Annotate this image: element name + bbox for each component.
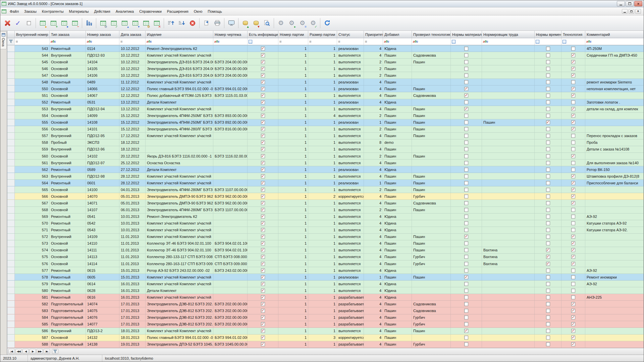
- cell-num[interactable]: 567: [15, 200, 50, 206]
- cell-date[interactable]: 15.12.2012: [119, 119, 146, 126]
- add-order-button[interactable]: +: [48, 17, 59, 29]
- cell-product[interactable]: Ремонт-Электродвигатель К2: [146, 214, 213, 220]
- filter-cell-date[interactable]: =: [119, 38, 146, 45]
- cell-time_norms[interactable]: [535, 160, 561, 166]
- cell-status[interactable]: выполняется: [337, 52, 364, 58]
- cell-batch_size[interactable]: 1: [308, 301, 337, 307]
- cell-product[interactable]: Электродвигатель 4ПФМ-280МГ БЭТЗ 1107.00…: [146, 186, 213, 193]
- cell-labor_by[interactable]: [482, 59, 535, 65]
- cell-product[interactable]: Комплект з/частей Комплект з/частей: [146, 133, 213, 139]
- cell-drawing[interactable]: БЭТЗ 1045.00.00.000: [213, 341, 248, 348]
- cell-comment[interactable]: неполная комплектация, нет: [585, 85, 644, 92]
- cell-type[interactable]: Подготовительный: [50, 314, 86, 321]
- cell-tech_by[interactable]: [412, 160, 451, 166]
- cell-tech_by[interactable]: Пашин: [412, 126, 451, 132]
- nav-prev-page-button[interactable]: ◀◀: [15, 349, 22, 354]
- cell-num[interactable]: 555: [15, 119, 50, 126]
- cell-num[interactable]: 581: [15, 294, 50, 300]
- cell-batch_size[interactable]: 3: [308, 335, 337, 341]
- cell-batch_size[interactable]: 1: [308, 294, 337, 300]
- cell-has_info[interactable]: [248, 314, 278, 321]
- cell-batch_no[interactable]: 1: [278, 79, 308, 85]
- cell-batch_no[interactable]: 1: [278, 160, 308, 166]
- cell-num[interactable]: 577: [15, 267, 50, 274]
- cell-priority[interactable]: 4: [364, 254, 383, 260]
- cell-time_norms[interactable]: [535, 240, 561, 247]
- cell-date[interactable]: 06.01.2013: [119, 207, 146, 213]
- cell-comment[interactable]: [585, 234, 644, 240]
- cell-date[interactable]: 10.12.2012: [119, 52, 146, 58]
- cell-mat_norms[interactable]: [451, 153, 482, 159]
- cell-comment[interactable]: [585, 186, 644, 193]
- cell-drawing[interactable]: СТП БЭТЗ 008.000: [213, 254, 248, 260]
- cell-batch_size[interactable]: 1: [308, 119, 337, 126]
- cell-mat_norms[interactable]: [451, 274, 482, 280]
- cell-tech_by[interactable]: Пашин: [412, 59, 451, 65]
- nav-prev-button[interactable]: ◀: [22, 349, 29, 354]
- cell-status[interactable]: выполняется: [337, 240, 364, 247]
- cell-date[interactable]: 11.01.2013: [119, 254, 146, 260]
- cell-has_info[interactable]: [248, 234, 278, 240]
- cell-time_norms[interactable]: [535, 227, 561, 233]
- cell-date[interactable]: 18.12.2012: [119, 139, 146, 146]
- cell-num[interactable]: 564: [15, 180, 50, 186]
- cell-technology[interactable]: [561, 99, 585, 106]
- cell-technology[interactable]: [561, 72, 585, 78]
- menu-item-help[interactable]: Помощь: [205, 8, 225, 14]
- cell-tech_by[interactable]: Пашин: [412, 85, 451, 92]
- cell-num[interactable]: 543: [15, 45, 50, 52]
- cell-comment[interactable]: [585, 335, 644, 341]
- cell-labor_by[interactable]: [482, 85, 535, 92]
- cell-technology[interactable]: [561, 153, 585, 159]
- column-header-product[interactable]: Изделие: [146, 31, 213, 38]
- close-button[interactable]: ×: [634, 1, 642, 6]
- cell-added_by[interactable]: Пашин: [383, 180, 412, 186]
- cell-comment[interactable]: [585, 254, 644, 260]
- cell-order_no[interactable]: 14101: [86, 126, 119, 132]
- cell-date[interactable]: 10.01.2013: [119, 227, 146, 233]
- cell-added_by[interactable]: Пашин: [383, 321, 412, 327]
- cell-mat_norms[interactable]: [451, 240, 482, 247]
- cell-added_by[interactable]: Пашин: [383, 173, 412, 179]
- cell-order_no[interactable]: 0605: [86, 274, 119, 280]
- cell-mat_norms[interactable]: [451, 214, 482, 220]
- columns-button[interactable]: [84, 17, 94, 29]
- cell-comment[interactable]: 4П-250М: [585, 45, 644, 52]
- cell-labor_by[interactable]: Вахтина: [482, 254, 535, 260]
- cell-date[interactable]: 10.12.2012: [119, 59, 146, 65]
- cell-tech_by[interactable]: Гурбич: [412, 254, 451, 260]
- cell-priority[interactable]: 4: [364, 193, 383, 199]
- cell-product[interactable]: Комплект з/частей Комплект з/частей: [146, 106, 213, 112]
- cell-status[interactable]: выполняется: [337, 260, 364, 267]
- cell-labor_by[interactable]: [482, 294, 535, 300]
- cell-labor_by[interactable]: Пашин: [482, 119, 535, 126]
- cell-technology[interactable]: [561, 260, 585, 267]
- cell-has_info[interactable]: [248, 193, 278, 199]
- windows-tab[interactable]: Окна: [0, 32, 7, 49]
- cell-date[interactable]: 11.01.2013: [119, 240, 146, 247]
- cell-priority[interactable]: 4: [364, 133, 383, 139]
- cell-technology[interactable]: [561, 335, 585, 341]
- cell-labor_by[interactable]: [482, 92, 535, 99]
- cell-has_info[interactable]: [248, 247, 278, 253]
- cell-priority[interactable]: 4: [364, 45, 383, 52]
- cell-drawing[interactable]: [213, 139, 248, 146]
- cell-mat_norms[interactable]: [451, 146, 482, 153]
- menu-item-materials[interactable]: Материалы: [66, 8, 92, 14]
- cell-type[interactable]: Ремонтный: [50, 214, 86, 220]
- cell-drawing[interactable]: [213, 99, 248, 106]
- cell-product[interactable]: Комплект з/частей Комплект з/частей: [146, 52, 213, 58]
- cell-priority[interactable]: 4: [364, 160, 383, 166]
- cell-added_by[interactable]: Пашин: [383, 72, 412, 78]
- cell-type[interactable]: Ремонтный: [50, 267, 86, 274]
- cell-date[interactable]: 16.01.2013: [119, 287, 146, 294]
- cell-tech_by[interactable]: [412, 335, 451, 341]
- cell-comment[interactable]: Катушки статора АЭ-92.: [585, 227, 644, 233]
- cell-has_info[interactable]: [248, 180, 278, 186]
- cell-priority[interactable]: 4: [364, 301, 383, 307]
- cell-time_norms[interactable]: [535, 92, 561, 99]
- cell-date[interactable]: 12.12.2012: [119, 92, 146, 99]
- cell-product[interactable]: Электродвигатель 4ПНМ-250МГ БЭТЗ 892.00.…: [146, 119, 213, 126]
- cell-has_info[interactable]: [248, 200, 278, 206]
- cell-num[interactable]: 582: [15, 301, 50, 307]
